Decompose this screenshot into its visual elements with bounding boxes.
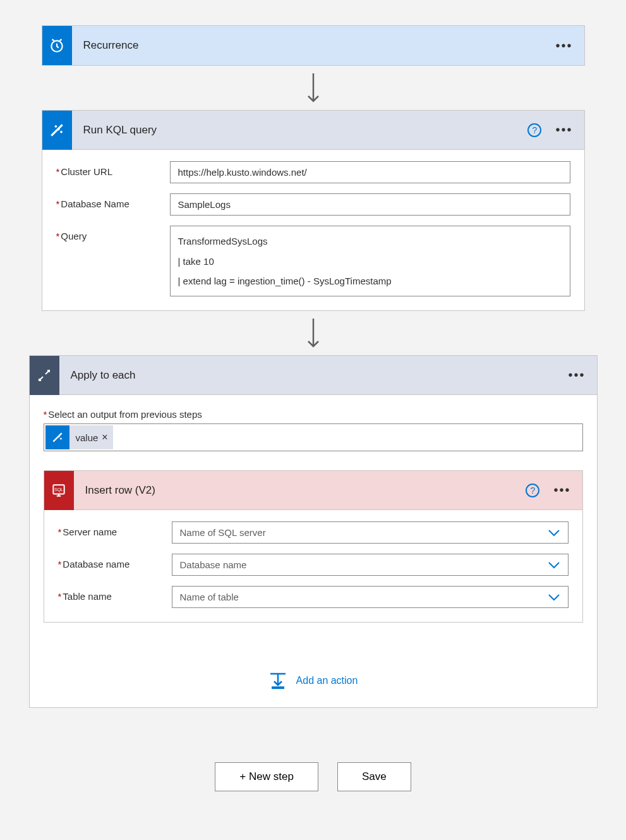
token-label: value [76, 432, 99, 443]
save-button[interactable]: Save [337, 762, 411, 791]
table-name-select[interactable]: Name of table [172, 586, 569, 608]
field-label-database-name: *Database name [58, 554, 172, 569]
field-label-select-output: *Select an output from previous steps [44, 409, 583, 420]
remove-token-icon[interactable]: × [102, 432, 107, 443]
action-title: Insert row (V2) [85, 484, 526, 497]
help-icon[interactable]: ? [527, 123, 541, 137]
add-action-button[interactable]: Add an action [44, 672, 583, 690]
field-label-cluster-url: *Cluster URL [56, 161, 170, 177]
chevron-down-icon [548, 561, 560, 569]
sql-icon: SQL [44, 471, 74, 510]
field-label-query: *Query [56, 226, 170, 241]
svg-text:SQL: SQL [54, 487, 63, 492]
chevron-down-icon [548, 593, 560, 601]
action-title: Run KQL query [83, 124, 528, 137]
loop-title: Apply to each [71, 369, 566, 382]
menu-button[interactable]: ••• [553, 123, 575, 137]
kusto-icon [42, 111, 72, 150]
menu-button[interactable]: ••• [553, 39, 575, 53]
field-label-server-name: *Server name [58, 521, 172, 537]
loop-card-apply-to-each[interactable]: Apply to each ••• *Select an output from… [29, 355, 598, 708]
action-card-insert-row[interactable]: SQL Insert row (V2) ? ••• *Server name [44, 470, 583, 623]
svg-rect-5 [59, 437, 62, 440]
menu-button[interactable]: ••• [551, 483, 573, 497]
add-action-icon [268, 672, 287, 690]
server-name-select[interactable]: Name of SQL server [172, 521, 569, 544]
action-card-run-kql[interactable]: Run KQL query ? ••• *Cluster URL *Databa… [42, 110, 585, 311]
svg-rect-3 [54, 125, 57, 128]
trigger-card-recurrence[interactable]: Recurrence ••• [42, 25, 585, 66]
select-output-input[interactable]: value × [44, 423, 583, 451]
trigger-title: Recurrence [83, 39, 553, 52]
new-step-button[interactable]: + New step [215, 762, 318, 791]
dynamic-content-token[interactable]: value × [45, 425, 113, 449]
arrow-icon [306, 317, 321, 349]
select-placeholder: Name of SQL server [180, 527, 266, 538]
select-placeholder: Database name [180, 559, 247, 570]
select-placeholder: Name of table [180, 592, 239, 602]
loop-icon [30, 356, 59, 395]
field-label-table-name: *Table name [58, 586, 172, 602]
cluster-url-input[interactable] [170, 161, 570, 183]
arrow-icon [306, 72, 321, 104]
clock-icon [42, 26, 72, 65]
add-action-label: Add an action [296, 675, 358, 686]
kusto-icon [45, 425, 69, 449]
database-name-input[interactable] [170, 193, 570, 216]
field-label-database-name: *Database Name [56, 193, 170, 209]
query-input[interactable] [170, 226, 570, 296]
help-icon[interactable]: ? [526, 484, 539, 497]
database-name-select[interactable]: Database name [172, 554, 569, 576]
svg-rect-2 [60, 130, 63, 133]
menu-button[interactable]: ••• [565, 368, 587, 382]
chevron-down-icon [548, 529, 560, 537]
